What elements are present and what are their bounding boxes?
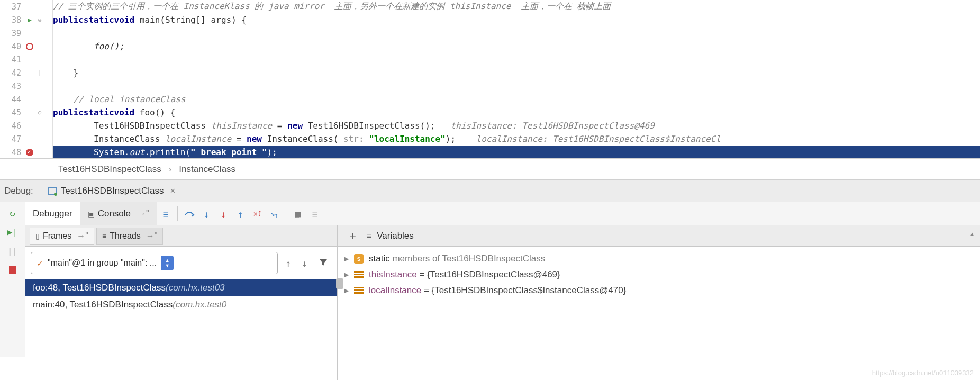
breadcrumb: Test16HSDBInspectClass › InstanceClass bbox=[0, 159, 980, 180]
run-to-cursor-button[interactable]: ↘I bbox=[266, 202, 283, 225]
thread-stepper[interactable]: ▲▼ bbox=[161, 256, 174, 270]
current-execution-line: System.out.println(" break point "); bbox=[53, 146, 980, 158]
breadcrumb-item[interactable]: InstanceClass bbox=[179, 164, 235, 175]
threads-tab[interactable]: ≡Threads→" bbox=[96, 228, 164, 245]
menu-icon: ≡ bbox=[367, 231, 371, 241]
step-into-button[interactable]: ↓ bbox=[198, 202, 215, 225]
trace-button[interactable]: ≡ bbox=[306, 202, 323, 225]
line-number: 44 bbox=[0, 95, 21, 104]
line-number: 41 bbox=[0, 55, 21, 65]
step-over-button[interactable] bbox=[181, 202, 198, 225]
frames-panel: ▯Frames→" ≡Threads→" ✓ "main"@1 in group… bbox=[25, 225, 338, 380]
line-number: 43 bbox=[0, 82, 21, 91]
debug-config-tab[interactable]: Test16HSDBInspectClass × bbox=[43, 184, 181, 198]
variable-row[interactable]: ▶ localInstance = {Test16HSDBInspectClas… bbox=[338, 283, 980, 298]
console-tab[interactable]: ▣Console→" bbox=[80, 202, 157, 225]
line-number: 40 bbox=[0, 42, 21, 51]
fold-icon[interactable]: ⊖ bbox=[38, 16, 41, 24]
stop-button[interactable] bbox=[7, 265, 18, 275]
line-number: 38 bbox=[0, 15, 21, 25]
breadcrumb-separator: › bbox=[169, 164, 172, 175]
stack-frame[interactable]: foo:48, Test16HSDBInspectClass (com.hx.t… bbox=[25, 279, 337, 296]
debug-tool-window-header: Debug: Test16HSDBInspectClass × bbox=[0, 180, 980, 202]
application-icon bbox=[48, 187, 57, 195]
static-badge-icon: s bbox=[354, 254, 364, 264]
debugger-tab[interactable]: Debugger bbox=[25, 202, 80, 225]
expand-icon[interactable]: ▶ bbox=[344, 271, 349, 278]
line-number: 46 bbox=[0, 121, 21, 131]
step-out-button[interactable]: ↑ bbox=[232, 202, 249, 225]
line-number: 48 bbox=[0, 148, 21, 157]
gutter: 37 38▶⊖ 39 40 41 42⌋ 43 44 45⊖ 46 47 48 bbox=[0, 0, 53, 158]
debug-panels: ▯Frames→" ≡Threads→" ✓ "main"@1 in group… bbox=[0, 225, 980, 380]
check-icon: ✓ bbox=[37, 258, 43, 268]
force-step-into-button[interactable]: ↓ bbox=[215, 202, 232, 225]
variables-panel: + ≡ Variables ▶ s static members of Test… bbox=[338, 225, 980, 380]
resume-button[interactable]: ▶| bbox=[7, 227, 18, 237]
new-watch-button[interactable]: + bbox=[344, 229, 361, 243]
evaluate-button[interactable]: ▦ bbox=[289, 202, 306, 225]
code-editor: 37 38▶⊖ 39 40 41 42⌋ 43 44 45⊖ 46 47 48 … bbox=[0, 0, 980, 159]
watermark: https://blog.csdn.net/u011039332 bbox=[872, 369, 974, 377]
variable-row[interactable]: ▶ thisInstance = {Test16HSDBInspectClass… bbox=[338, 267, 980, 283]
line-number: 47 bbox=[0, 134, 21, 144]
code-text: // 三个实例的三个引用，一个在 InstanceKlass 的 java_mi… bbox=[53, 1, 611, 12]
line-number: 39 bbox=[0, 29, 21, 38]
terminal-icon: ▣ bbox=[88, 210, 95, 218]
scrollbar[interactable]: ▲ bbox=[970, 228, 978, 238]
threads-icon: ≡ bbox=[102, 232, 106, 240]
frame-list: foo:48, Test16HSDBInspectClass (com.hx.t… bbox=[25, 279, 337, 313]
debug-label: Debug: bbox=[4, 186, 33, 196]
close-icon[interactable]: × bbox=[170, 186, 175, 196]
drop-frame-button[interactable]: ×⤴ bbox=[249, 202, 266, 225]
fold-end-icon[interactable]: ⌋ bbox=[38, 69, 41, 77]
filter-button[interactable] bbox=[315, 258, 332, 269]
code-content[interactable]: // 三个实例的三个引用，一个在 InstanceKlass 的 java_mi… bbox=[53, 0, 980, 158]
line-number: 42 bbox=[0, 68, 21, 78]
breakpoint-hit-gutter[interactable] bbox=[24, 149, 35, 156]
thread-selector[interactable]: ✓ "main"@1 in group "main": ... ▲▼ bbox=[31, 252, 278, 274]
object-badge-icon bbox=[354, 287, 364, 294]
object-badge-icon bbox=[354, 271, 364, 278]
prev-frame-button[interactable]: ↑ bbox=[282, 258, 294, 269]
stack-frame[interactable]: main:40, Test16HSDBInspectClass (com.hx.… bbox=[25, 296, 337, 313]
expand-icon[interactable]: ▶ bbox=[344, 287, 349, 294]
line-number: 45 bbox=[0, 108, 21, 117]
run-gutter-icon[interactable]: ▶ bbox=[24, 16, 35, 24]
variable-row[interactable]: ▶ s static members of Test16HSDBInspectC… bbox=[338, 251, 980, 267]
rerun-button[interactable]: ↻ bbox=[7, 207, 18, 218]
debug-toolbar: ↻ ▶| || Debugger ▣Console→" ≡ ↓ ↓ ↑ ×⤴ ↘… bbox=[0, 202, 980, 225]
line-number: 37 bbox=[0, 2, 21, 12]
fold-icon[interactable]: ⊖ bbox=[38, 109, 41, 116]
frames-icon: ▯ bbox=[35, 232, 40, 240]
variables-label: Variables bbox=[377, 231, 414, 241]
expand-icon[interactable]: ▶ bbox=[344, 255, 349, 263]
thread-dump-button[interactable]: ≡ bbox=[157, 202, 174, 225]
breadcrumb-item[interactable]: Test16HSDBInspectClass bbox=[58, 164, 161, 175]
frames-tab[interactable]: ▯Frames→" bbox=[30, 228, 94, 245]
breakpoint-gutter[interactable] bbox=[24, 43, 35, 50]
pause-button[interactable]: || bbox=[7, 246, 18, 256]
next-frame-button[interactable]: ↓ bbox=[298, 258, 311, 269]
